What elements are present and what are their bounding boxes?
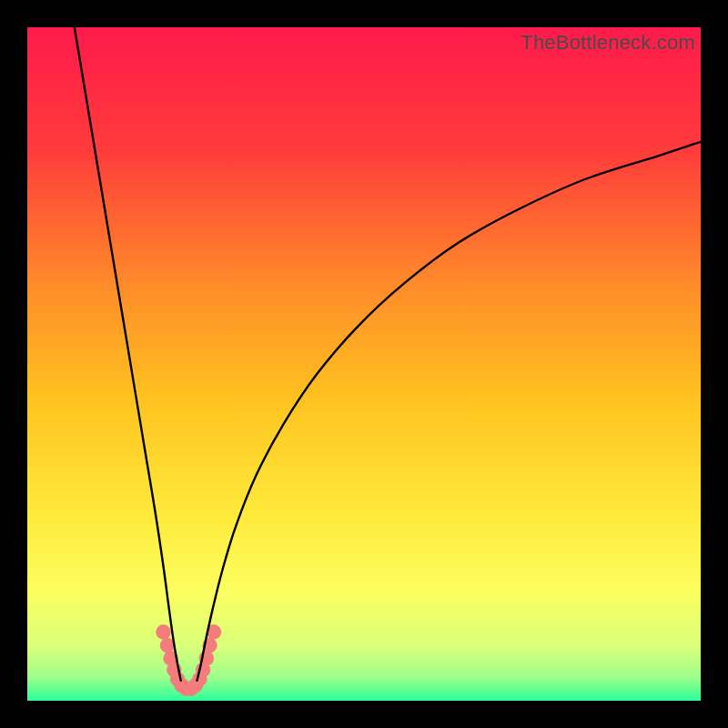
watermark-label: TheBottleneck.com [521, 31, 695, 55]
chart-background [27, 27, 701, 701]
chart-plot [27, 27, 701, 701]
trough-dot [156, 624, 170, 639]
chart-frame: TheBottleneck.com [27, 27, 701, 701]
